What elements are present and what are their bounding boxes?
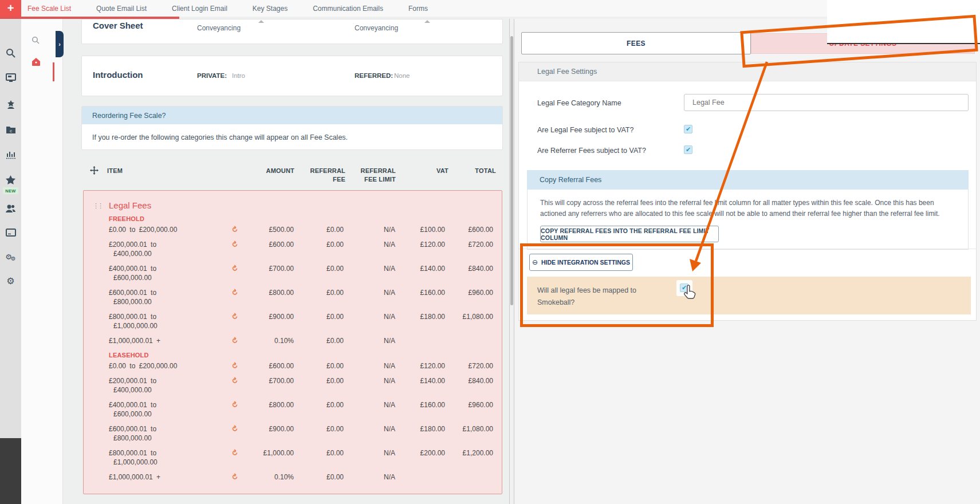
sync-icon[interactable]: ↻	[229, 447, 240, 458]
expand-sidebar-button[interactable]: ›	[56, 31, 64, 57]
fee-group-title: Legal Fees	[97, 200, 502, 211]
nav-tab-key-stages[interactable]: Key Stages	[253, 5, 288, 13]
star-person-icon[interactable]	[0, 97, 21, 112]
referral-fee-value: £0.00	[326, 472, 344, 482]
scrollbar-thumb[interactable]	[510, 36, 513, 305]
fee-range: £800,000.01 to£1,000,000.00	[109, 312, 229, 330]
referral-limit-value: N/A	[384, 448, 395, 458]
move-cross-icon[interactable]	[90, 166, 99, 177]
chevron-up-icon[interactable]	[258, 20, 264, 23]
amount-value: £600.00	[269, 361, 294, 371]
sync-icon[interactable]: ↻	[229, 375, 240, 386]
referral-fee-value: £0.00	[326, 400, 344, 410]
secondary-sidebar: ›	[21, 19, 63, 504]
reorder-notice-title: Reordering Fee Scale?	[82, 107, 502, 124]
vat-value: £200.00	[420, 448, 445, 458]
vat-referrer-checkbox[interactable]: ✔	[684, 145, 692, 154]
gears-icon[interactable]: ⚙⚙	[0, 249, 21, 264]
nav-tab-quote-email-list[interactable]: Quote Email List	[96, 5, 147, 13]
sync-icon[interactable]: ↻	[229, 311, 240, 322]
col-header-referral-fee: REFERRALFEE	[288, 167, 345, 184]
nav-tab-client-login-email[interactable]: Client Login Email	[172, 5, 227, 13]
sync-icon[interactable]: ↻	[229, 263, 240, 274]
fee-row[interactable]: £600,000.01 to£800,000.00↻£800.00£0.00N/…	[84, 288, 502, 306]
sync-icon[interactable]: ↻	[229, 399, 240, 410]
fee-row[interactable]: £1,000,000.01 +↻0.10%£0.00N/A	[84, 472, 502, 482]
vat-value: £160.00	[420, 400, 445, 410]
search-icon[interactable]	[0, 45, 21, 60]
copy-referral-button[interactable]: COPY REFERRAL FEES INTO THE REFERRAL FEE…	[540, 226, 719, 242]
folder-icon[interactable]: c	[0, 122, 21, 137]
vertical-scrollbar[interactable]	[509, 19, 514, 504]
tab-fees[interactable]: FEES	[521, 32, 751, 54]
referral-limit-value: N/A	[384, 288, 395, 297]
sidebar-search-icon[interactable]	[32, 36, 40, 46]
display-icon[interactable]	[0, 70, 21, 85]
referral-limit-value: N/A	[384, 400, 395, 410]
vat-value: £140.00	[420, 376, 445, 385]
fee-range: £1,000,000.01 +	[109, 472, 229, 482]
fee-row[interactable]: £800,000.01 to£1,000,000.00↻£900.00£0.00…	[84, 312, 502, 330]
total-value: £960.00	[469, 400, 493, 410]
cover-dropdown-1[interactable]: Conveyancing	[197, 24, 241, 32]
referral-limit-value: N/A	[384, 376, 395, 385]
star-icon[interactable]	[0, 172, 21, 187]
sync-icon[interactable]: ↻	[229, 287, 240, 298]
fee-range: £600,000.01 to£800,000.00	[109, 424, 229, 443]
gear-icon[interactable]: ⚙	[0, 273, 21, 288]
sync-icon[interactable]: ↻	[229, 335, 240, 346]
users-icon[interactable]	[0, 201, 21, 216]
vat-value: £140.00	[420, 264, 445, 273]
category-name-input[interactable]: Legal Fee	[684, 94, 969, 111]
fee-range: £400,000.01 to£600,000.00	[109, 264, 229, 282]
referral-limit-value: N/A	[384, 312, 395, 321]
fee-row[interactable]: £400,000.01 to£600,000.00↻£700.00£0.00N/…	[84, 264, 502, 282]
col-header-referral-fee-limit: REFERRALFEE LIMIT	[339, 167, 396, 184]
referral-limit-value: N/A	[384, 472, 395, 482]
cover-dropdown-2[interactable]: Conveyancing	[355, 24, 398, 32]
nav-tab-communication-emails[interactable]: Communication Emails	[313, 5, 383, 13]
drag-handle-icon[interactable]: ⋮⋮	[93, 202, 102, 210]
fee-row[interactable]: £0.00 to £200,000.00↻£600.00£0.00N/A£120…	[84, 361, 502, 371]
referral-fee-value: £0.00	[326, 448, 344, 458]
referral-fee-value: £0.00	[326, 288, 344, 297]
total-value: £720.00	[469, 361, 493, 371]
fee-range: £0.00 to £200,000.00	[109, 225, 229, 234]
rail-dark-footer	[0, 438, 21, 504]
chevron-up-icon[interactable]	[424, 20, 430, 23]
sync-icon[interactable]: ↻	[229, 471, 240, 482]
fee-range: £0.00 to £200,000.00	[109, 361, 229, 371]
referred-value: None	[394, 72, 410, 79]
bar-chart-icon[interactable]	[0, 147, 21, 162]
vat-value: £100.00	[420, 225, 445, 234]
fee-row[interactable]: £600,000.01 to£800,000.00↻£900.00£0.00N/…	[84, 424, 502, 443]
sync-icon[interactable]: ↻	[229, 423, 240, 434]
sync-icon[interactable]: ↻	[229, 239, 240, 250]
referral-limit-value: N/A	[384, 361, 395, 371]
nav-tab-fee-scale-list[interactable]: Fee Scale List	[27, 5, 71, 13]
total-value: £840.00	[469, 264, 493, 273]
fee-row[interactable]: £200,000.01 to£400,000.00↻£700.00£0.00N/…	[84, 376, 502, 395]
fee-range: £200,000.01 to£400,000.00	[109, 240, 229, 258]
mail-icon[interactable]	[0, 225, 21, 240]
nav-tab-forms[interactable]: Forms	[408, 5, 428, 13]
referral-limit-value: N/A	[384, 225, 395, 234]
vat-value: £180.00	[420, 312, 445, 321]
add-button[interactable]: +	[0, 0, 21, 17]
cover-sheet-title: Cover Sheet	[93, 21, 143, 30]
home-icon[interactable]	[32, 57, 41, 68]
fee-row[interactable]: £200,000.01 to£400,000.00↻£600.00£0.00N/…	[84, 240, 502, 258]
fee-row[interactable]: £0.00 to £200,000.00↻£500.00£0.00N/A£100…	[84, 225, 502, 234]
amount-value: 0.10%	[274, 472, 294, 482]
sync-icon[interactable]: ↻	[229, 360, 240, 371]
fee-row[interactable]: £1,000,000.01 +↻0.10%£0.00N/A	[84, 336, 502, 345]
vat-legal-checkbox[interactable]: ✔	[684, 125, 692, 133]
sync-icon[interactable]: ↻	[229, 224, 240, 235]
amount-value: £700.00	[269, 264, 294, 273]
fee-row[interactable]: £400,000.01 to£600,000.00↻£800.00£0.00N/…	[84, 400, 502, 419]
svg-text:c: c	[10, 128, 12, 133]
col-header-total: TOTAL	[439, 167, 496, 175]
fee-row[interactable]: £800,000.01 to£1,000,000.00↻£1,000.00£0.…	[84, 448, 502, 467]
legal-fees-group: ⋮⋮ Legal Fees FREEHOLD£0.00 to £200,000.…	[83, 190, 502, 494]
introduction-card: Introduction PRIVATE: Intro REFERRED: No…	[81, 56, 503, 96]
